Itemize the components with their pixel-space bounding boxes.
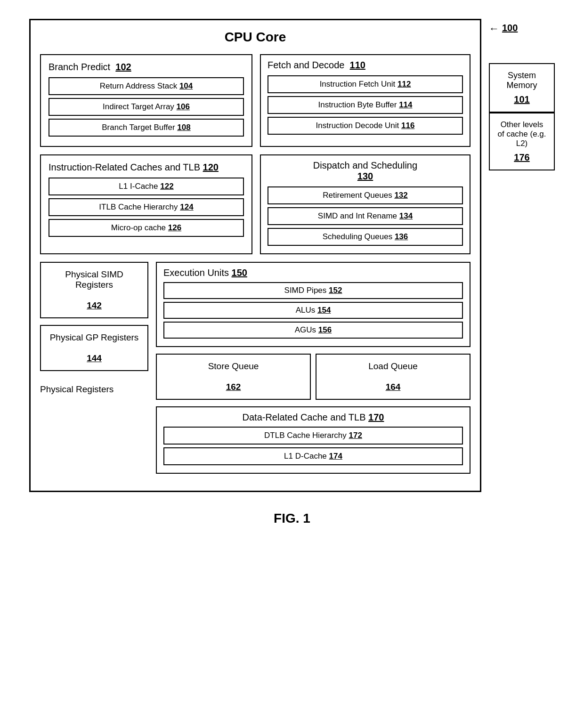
cpu-core-box: CPU Core Branch Predict 102 Return Addre…: [29, 19, 481, 492]
simd-pipes-box: SIMD Pipes 152: [163, 282, 463, 299]
phys-plain-label: Physical Registers: [40, 378, 148, 395]
row-3: Physical SIMD Registers 142 Physical GP …: [40, 262, 470, 474]
retirement-queues-box: Retirement Queues 132: [268, 186, 463, 204]
right-sidebar: ← 100 System Memory 101 Other levels of …: [481, 19, 555, 180]
diagram-wrapper: CPU Core Branch Predict 102 Return Addre…: [29, 19, 555, 492]
store-load-row: Store Queue 162 Load Queue 164: [156, 354, 470, 400]
instruction-decode-unit-box: Instruction Decode Unit 116: [268, 117, 463, 135]
data-cache-title: Data-Related Cache and TLB 170: [163, 412, 463, 423]
simd-int-rename-box: SIMD and Int Rename 134: [268, 207, 463, 225]
fig-label: FIG. 1: [274, 511, 310, 526]
other-cache-box: Other levels of cache (e.g. L2) 176: [489, 113, 555, 170]
branch-target-buffer-box: Branch Target Buffer 108: [49, 119, 244, 137]
instruction-fetch-unit-box: Instruction Fetch Unit 112: [268, 75, 463, 93]
exec-units-box: Execution Units 150 SIMD Pipes 152 ALUs …: [156, 262, 470, 347]
micro-op-cache-box: Micro-op cache 126: [49, 219, 244, 237]
load-queue-box: Load Queue 164: [316, 354, 470, 400]
exec-units-title: Execution Units 150: [163, 267, 463, 278]
cpu-core-title: CPU Core: [40, 30, 470, 45]
dispatch-title: Dispatch and Scheduling130: [268, 160, 463, 182]
main-container: CPU Core Branch Predict 102 Return Addre…: [28, 19, 556, 526]
caches-box: Instruction-Related Caches and TLB 120 L…: [40, 154, 252, 254]
row-1: Branch Predict 102 Return Address Stack …: [40, 54, 470, 147]
branch-predict-title: Branch Predict 102: [49, 62, 244, 73]
arrow-100-icon: ←: [489, 23, 499, 35]
scheduling-queues-box: Scheduling Queues 136: [268, 228, 463, 246]
ref-100-area: ← 100: [489, 19, 555, 35]
fetch-decode-box: Fetch and Decode 110 Instruction Fetch U…: [260, 54, 470, 147]
exec-col: Execution Units 150 SIMD Pipes 152 ALUs …: [156, 262, 470, 474]
return-address-stack-box: Return Address Stack 104: [49, 77, 244, 95]
phys-reg-col: Physical SIMD Registers 142 Physical GP …: [40, 262, 148, 474]
l1-dcache-box: L1 D-Cache 174: [163, 447, 463, 465]
store-queue-box: Store Queue 162: [156, 354, 311, 400]
instruction-byte-buffer-box: Instruction Byte Buffer 114: [268, 96, 463, 114]
dtlb-cache-box: DTLB Cache Hierarchy 172: [163, 427, 463, 445]
row-2: Instruction-Related Caches and TLB 120 L…: [40, 154, 470, 254]
system-memory-box: System Memory 101: [489, 63, 555, 113]
itlb-cache-box: ITLB Cache Hierarchy 124: [49, 198, 244, 216]
phys-gp-box: Physical GP Registers 144: [40, 325, 148, 371]
ref-100-label: 100: [502, 23, 518, 33]
phys-simd-box: Physical SIMD Registers 142: [40, 262, 148, 318]
fetch-decode-title: Fetch and Decode 110: [268, 60, 463, 71]
branch-predict-box: Branch Predict 102 Return Address Stack …: [40, 54, 252, 147]
l1-icache-box: L1 I-Cache 122: [49, 178, 244, 195]
caches-title: Instruction-Related Caches and TLB 120: [49, 162, 244, 173]
alus-box: ALUs 154: [163, 302, 463, 319]
agus-box: AGUs 156: [163, 322, 463, 339]
indirect-target-array-box: Indirect Target Array 106: [49, 98, 244, 116]
data-cache-box: Data-Related Cache and TLB 170 DTLB Cach…: [156, 406, 470, 474]
dispatch-box: Dispatch and Scheduling130 Retirement Qu…: [260, 154, 470, 254]
